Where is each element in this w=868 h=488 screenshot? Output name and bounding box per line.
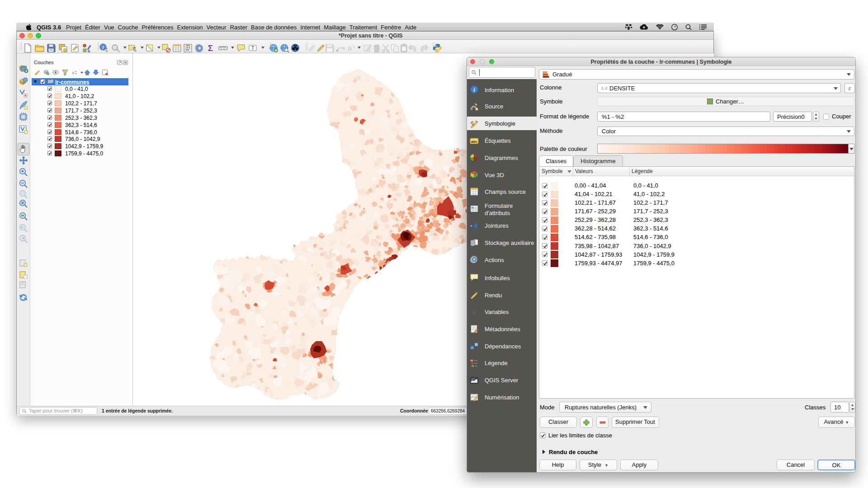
- svg-text:abc: abc: [471, 140, 477, 144]
- svg-text:ε: ε: [72, 70, 75, 75]
- svg-text:T: T: [251, 45, 255, 51]
- svg-text:i: i: [473, 86, 475, 93]
- svg-text:1:1: 1:1: [21, 192, 24, 195]
- svg-text:a: a: [88, 49, 90, 53]
- svg-text:Σ: Σ: [208, 43, 213, 53]
- svg-text:i: i: [103, 45, 104, 50]
- svg-text:ε: ε: [473, 308, 476, 316]
- svg-text:fx: fx: [348, 45, 352, 52]
